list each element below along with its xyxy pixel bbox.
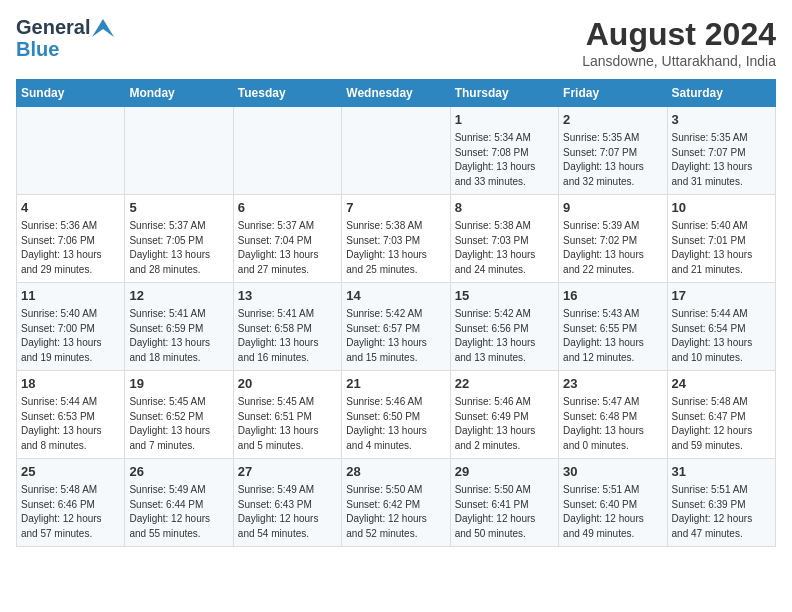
day-info: Sunrise: 5:40 AM Sunset: 7:00 PM Dayligh…	[21, 307, 120, 365]
day-number: 29	[455, 463, 554, 481]
day-info: Sunrise: 5:47 AM Sunset: 6:48 PM Dayligh…	[563, 395, 662, 453]
day-number: 3	[672, 111, 771, 129]
day-cell: 6Sunrise: 5:37 AM Sunset: 7:04 PM Daylig…	[233, 195, 341, 283]
day-cell: 3Sunrise: 5:35 AM Sunset: 7:07 PM Daylig…	[667, 107, 775, 195]
day-info: Sunrise: 5:35 AM Sunset: 7:07 PM Dayligh…	[672, 131, 771, 189]
day-number: 31	[672, 463, 771, 481]
day-info: Sunrise: 5:37 AM Sunset: 7:05 PM Dayligh…	[129, 219, 228, 277]
day-number: 2	[563, 111, 662, 129]
day-cell: 27Sunrise: 5:49 AM Sunset: 6:43 PM Dayli…	[233, 459, 341, 547]
day-cell	[233, 107, 341, 195]
svg-marker-0	[92, 19, 114, 37]
header-cell-wednesday: Wednesday	[342, 80, 450, 107]
day-info: Sunrise: 5:43 AM Sunset: 6:55 PM Dayligh…	[563, 307, 662, 365]
day-cell: 11Sunrise: 5:40 AM Sunset: 7:00 PM Dayli…	[17, 283, 125, 371]
day-info: Sunrise: 5:37 AM Sunset: 7:04 PM Dayligh…	[238, 219, 337, 277]
day-number: 5	[129, 199, 228, 217]
day-info: Sunrise: 5:40 AM Sunset: 7:01 PM Dayligh…	[672, 219, 771, 277]
day-info: Sunrise: 5:48 AM Sunset: 6:46 PM Dayligh…	[21, 483, 120, 541]
day-info: Sunrise: 5:41 AM Sunset: 6:58 PM Dayligh…	[238, 307, 337, 365]
day-cell: 20Sunrise: 5:45 AM Sunset: 6:51 PM Dayli…	[233, 371, 341, 459]
day-cell: 13Sunrise: 5:41 AM Sunset: 6:58 PM Dayli…	[233, 283, 341, 371]
main-title: August 2024	[582, 16, 776, 53]
day-info: Sunrise: 5:49 AM Sunset: 6:44 PM Dayligh…	[129, 483, 228, 541]
header-cell-monday: Monday	[125, 80, 233, 107]
week-row-5: 25Sunrise: 5:48 AM Sunset: 6:46 PM Dayli…	[17, 459, 776, 547]
day-number: 8	[455, 199, 554, 217]
day-info: Sunrise: 5:49 AM Sunset: 6:43 PM Dayligh…	[238, 483, 337, 541]
day-number: 24	[672, 375, 771, 393]
day-info: Sunrise: 5:50 AM Sunset: 6:42 PM Dayligh…	[346, 483, 445, 541]
day-cell: 2Sunrise: 5:35 AM Sunset: 7:07 PM Daylig…	[559, 107, 667, 195]
logo-general: General	[16, 16, 90, 38]
day-info: Sunrise: 5:51 AM Sunset: 6:39 PM Dayligh…	[672, 483, 771, 541]
calendar-table: SundayMondayTuesdayWednesdayThursdayFrid…	[16, 79, 776, 547]
header-cell-tuesday: Tuesday	[233, 80, 341, 107]
day-cell: 10Sunrise: 5:40 AM Sunset: 7:01 PM Dayli…	[667, 195, 775, 283]
day-info: Sunrise: 5:51 AM Sunset: 6:40 PM Dayligh…	[563, 483, 662, 541]
day-cell: 8Sunrise: 5:38 AM Sunset: 7:03 PM Daylig…	[450, 195, 558, 283]
day-info: Sunrise: 5:35 AM Sunset: 7:07 PM Dayligh…	[563, 131, 662, 189]
logo: General Blue	[16, 16, 114, 61]
day-cell: 18Sunrise: 5:44 AM Sunset: 6:53 PM Dayli…	[17, 371, 125, 459]
day-cell: 25Sunrise: 5:48 AM Sunset: 6:46 PM Dayli…	[17, 459, 125, 547]
day-number: 15	[455, 287, 554, 305]
header-cell-friday: Friday	[559, 80, 667, 107]
day-cell: 7Sunrise: 5:38 AM Sunset: 7:03 PM Daylig…	[342, 195, 450, 283]
day-info: Sunrise: 5:46 AM Sunset: 6:49 PM Dayligh…	[455, 395, 554, 453]
week-row-3: 11Sunrise: 5:40 AM Sunset: 7:00 PM Dayli…	[17, 283, 776, 371]
day-cell	[17, 107, 125, 195]
day-number: 30	[563, 463, 662, 481]
day-cell: 12Sunrise: 5:41 AM Sunset: 6:59 PM Dayli…	[125, 283, 233, 371]
day-number: 20	[238, 375, 337, 393]
day-number: 22	[455, 375, 554, 393]
day-number: 7	[346, 199, 445, 217]
header-cell-thursday: Thursday	[450, 80, 558, 107]
day-number: 26	[129, 463, 228, 481]
day-cell: 30Sunrise: 5:51 AM Sunset: 6:40 PM Dayli…	[559, 459, 667, 547]
day-number: 23	[563, 375, 662, 393]
day-info: Sunrise: 5:48 AM Sunset: 6:47 PM Dayligh…	[672, 395, 771, 453]
day-info: Sunrise: 5:44 AM Sunset: 6:53 PM Dayligh…	[21, 395, 120, 453]
day-info: Sunrise: 5:42 AM Sunset: 6:57 PM Dayligh…	[346, 307, 445, 365]
day-info: Sunrise: 5:45 AM Sunset: 6:52 PM Dayligh…	[129, 395, 228, 453]
header-cell-saturday: Saturday	[667, 80, 775, 107]
day-cell: 1Sunrise: 5:34 AM Sunset: 7:08 PM Daylig…	[450, 107, 558, 195]
day-number: 27	[238, 463, 337, 481]
day-number: 18	[21, 375, 120, 393]
day-number: 12	[129, 287, 228, 305]
day-cell: 22Sunrise: 5:46 AM Sunset: 6:49 PM Dayli…	[450, 371, 558, 459]
day-number: 13	[238, 287, 337, 305]
day-cell: 14Sunrise: 5:42 AM Sunset: 6:57 PM Dayli…	[342, 283, 450, 371]
logo-bird-icon	[92, 19, 114, 37]
day-cell: 19Sunrise: 5:45 AM Sunset: 6:52 PM Dayli…	[125, 371, 233, 459]
day-cell: 26Sunrise: 5:49 AM Sunset: 6:44 PM Dayli…	[125, 459, 233, 547]
week-row-2: 4Sunrise: 5:36 AM Sunset: 7:06 PM Daylig…	[17, 195, 776, 283]
day-number: 14	[346, 287, 445, 305]
day-number: 11	[21, 287, 120, 305]
day-cell: 31Sunrise: 5:51 AM Sunset: 6:39 PM Dayli…	[667, 459, 775, 547]
day-cell: 29Sunrise: 5:50 AM Sunset: 6:41 PM Dayli…	[450, 459, 558, 547]
day-number: 21	[346, 375, 445, 393]
week-row-1: 1Sunrise: 5:34 AM Sunset: 7:08 PM Daylig…	[17, 107, 776, 195]
day-info: Sunrise: 5:46 AM Sunset: 6:50 PM Dayligh…	[346, 395, 445, 453]
week-row-4: 18Sunrise: 5:44 AM Sunset: 6:53 PM Dayli…	[17, 371, 776, 459]
day-info: Sunrise: 5:38 AM Sunset: 7:03 PM Dayligh…	[455, 219, 554, 277]
day-info: Sunrise: 5:44 AM Sunset: 6:54 PM Dayligh…	[672, 307, 771, 365]
day-cell: 4Sunrise: 5:36 AM Sunset: 7:06 PM Daylig…	[17, 195, 125, 283]
day-number: 6	[238, 199, 337, 217]
day-info: Sunrise: 5:38 AM Sunset: 7:03 PM Dayligh…	[346, 219, 445, 277]
day-cell: 17Sunrise: 5:44 AM Sunset: 6:54 PM Dayli…	[667, 283, 775, 371]
day-info: Sunrise: 5:36 AM Sunset: 7:06 PM Dayligh…	[21, 219, 120, 277]
subtitle: Lansdowne, Uttarakhand, India	[582, 53, 776, 69]
day-info: Sunrise: 5:39 AM Sunset: 7:02 PM Dayligh…	[563, 219, 662, 277]
day-cell: 24Sunrise: 5:48 AM Sunset: 6:47 PM Dayli…	[667, 371, 775, 459]
logo-blue: Blue	[16, 38, 59, 60]
day-info: Sunrise: 5:45 AM Sunset: 6:51 PM Dayligh…	[238, 395, 337, 453]
day-number: 17	[672, 287, 771, 305]
day-info: Sunrise: 5:42 AM Sunset: 6:56 PM Dayligh…	[455, 307, 554, 365]
day-cell: 28Sunrise: 5:50 AM Sunset: 6:42 PM Dayli…	[342, 459, 450, 547]
header-cell-sunday: Sunday	[17, 80, 125, 107]
day-number: 4	[21, 199, 120, 217]
day-cell: 9Sunrise: 5:39 AM Sunset: 7:02 PM Daylig…	[559, 195, 667, 283]
